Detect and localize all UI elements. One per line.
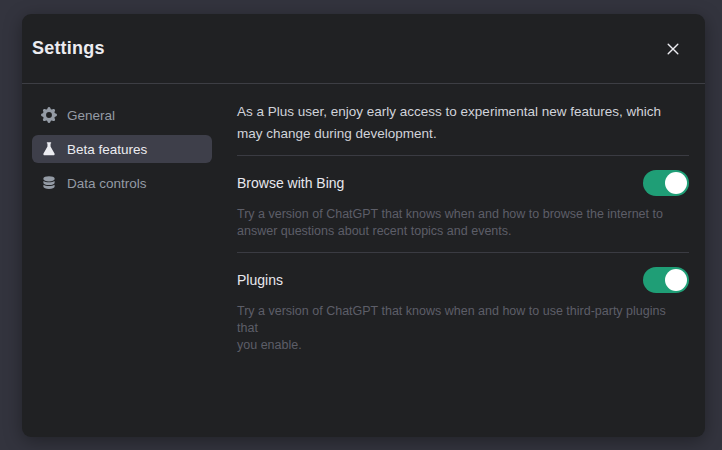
setting-description: Try a version of ChatGPT that knows when… (237, 303, 689, 354)
close-button[interactable] (659, 35, 687, 63)
sidebar-item-label: General (67, 108, 115, 123)
dialog-title: Settings (32, 38, 105, 59)
setting-row: Browse with Bing (237, 170, 689, 196)
browse-with-bing-toggle[interactable] (643, 170, 689, 196)
database-icon (41, 175, 57, 191)
plugins-toggle[interactable] (643, 267, 689, 293)
sidebar-item-data-controls[interactable]: Data controls (32, 169, 212, 197)
setting-title: Browse with Bing (237, 174, 344, 192)
setting-section-plugins: Plugins Try a version of ChatGPT that kn… (237, 267, 689, 354)
dialog-header: Settings (22, 14, 705, 84)
dialog-body: General Beta features (22, 84, 705, 437)
sidebar-item-label: Data controls (67, 176, 147, 191)
setting-description: Try a version of ChatGPT that knows when… (237, 206, 689, 240)
toggle-knob (665, 269, 687, 291)
setting-section-browse-with-bing: Browse with Bing Try a version of ChatGP… (237, 170, 689, 240)
toggle-knob (665, 172, 687, 194)
settings-content: As a Plus user, enjoy early access to ex… (237, 101, 689, 421)
settings-sidebar: General Beta features (32, 101, 212, 421)
settings-dialog: Settings General (22, 14, 705, 437)
divider (237, 155, 689, 156)
setting-title: Plugins (237, 271, 283, 289)
modal-backdrop: Settings General (0, 0, 722, 450)
divider (237, 252, 689, 253)
sidebar-item-general[interactable]: General (32, 101, 212, 129)
setting-row: Plugins (237, 267, 689, 293)
flask-icon (41, 141, 57, 157)
sidebar-item-label: Beta features (67, 142, 147, 157)
sidebar-item-beta-features[interactable]: Beta features (32, 135, 212, 163)
close-icon (665, 41, 681, 57)
gear-icon (41, 107, 57, 123)
beta-intro-text: As a Plus user, enjoy early access to ex… (237, 101, 689, 145)
